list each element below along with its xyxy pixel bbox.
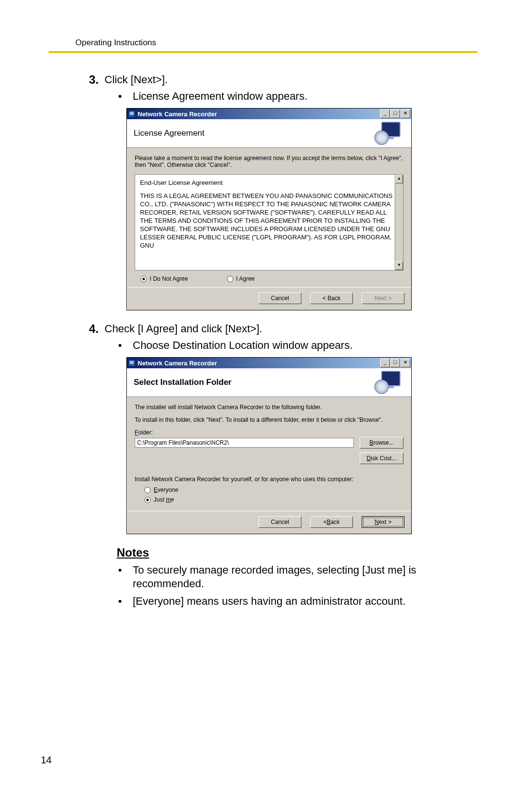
radio-label: I Do Not Agree	[150, 275, 188, 282]
folder-instr-2: To install in this folder, click "Next".…	[135, 416, 403, 423]
radio-label: Everyone	[154, 487, 178, 493]
step-text: Click [Next>].	[105, 73, 476, 87]
bullet-text: To securely manage recorded images, sele…	[133, 563, 476, 591]
radio-do-not-agree[interactable]: I Do Not Agree	[140, 275, 188, 282]
wizard-button-bar: Cancel < Back Next >	[127, 511, 411, 534]
maximize-button[interactable]: □	[390, 109, 400, 118]
step-4-bullet: • Choose Destination Location window app…	[75, 339, 476, 352]
svg-rect-3	[130, 361, 134, 364]
cancel-button[interactable]: Cancel	[259, 292, 301, 304]
radio-label: Just me	[154, 496, 174, 503]
folder-input[interactable]: C:\Program Files\Panasonic\NCR2\	[135, 438, 354, 448]
browse-button[interactable]: Browse...	[360, 437, 403, 449]
app-icon	[128, 359, 136, 367]
page-number: 14	[41, 755, 52, 766]
wizard-graphic	[373, 371, 404, 394]
wizard-body: Please take a moment to read the license…	[127, 148, 411, 287]
app-icon	[128, 110, 136, 118]
maximize-button[interactable]: □	[390, 359, 400, 367]
eula-textbox[interactable]: End-User License Agreement THIS IS A LEG…	[135, 174, 403, 271]
bullet-icon: •	[118, 339, 133, 352]
scrollbar[interactable]: ▲ ▼	[395, 175, 403, 270]
bullet-icon: •	[118, 90, 133, 103]
wizard-header: Select Installation Folder	[127, 368, 411, 397]
agree-radio-group: I Do Not Agree I Agree	[135, 275, 403, 282]
select-folder-window: Network Camera Recorder _ □ × Select Ins…	[126, 357, 412, 534]
cancel-button[interactable]: Cancel	[259, 516, 301, 528]
wizard-title: License Agreement	[134, 128, 205, 138]
radio-icon	[144, 487, 151, 493]
titlebar: Network Camera Recorder _ □ ×	[127, 108, 411, 119]
scroll-down-button[interactable]: ▼	[395, 261, 403, 270]
step-number: 3.	[75, 73, 105, 87]
next-button[interactable]: Next >	[362, 516, 404, 528]
close-button[interactable]: ×	[401, 109, 410, 118]
back-button[interactable]: < Back	[310, 292, 353, 304]
step-3: 3. Click [Next>].	[75, 73, 476, 87]
window-title: Network Camera Recorder	[138, 360, 380, 367]
bullet-text: [Everyone] means users having an adminis…	[133, 595, 405, 608]
disk-cost-button[interactable]: Disk Cost...	[360, 452, 403, 464]
eula-heading: End-User License Agreement	[140, 179, 398, 187]
radio-icon	[144, 497, 151, 503]
install-for-radio-group: Everyone Just me	[135, 487, 403, 503]
license-instruction: Please take a moment to read the license…	[135, 155, 403, 168]
document-page: Operating Instructions 3. Click [Next>].…	[0, 0, 525, 812]
radio-label: I Agree	[236, 275, 255, 282]
bullet-text: Choose Destination Location window appea…	[133, 339, 353, 352]
wizard-header: License Agreement	[127, 119, 411, 148]
folder-label: Folder:	[135, 429, 403, 436]
close-button[interactable]: ×	[401, 359, 410, 367]
radio-just-me[interactable]: Just me	[144, 496, 403, 503]
eula-body: THIS IS A LEGAL AGREEMENT BETWEEN YOU AN…	[140, 192, 398, 250]
next-button[interactable]: Next >	[362, 292, 404, 304]
folder-instr-1: The installer will install Network Camer…	[135, 404, 403, 411]
install-for-label: Install Network Camera Recorder for your…	[135, 476, 403, 483]
minimize-button[interactable]: _	[380, 359, 390, 367]
bullet-text: License Agreement window appears.	[133, 90, 308, 103]
window-title: Network Camera Recorder	[138, 110, 380, 118]
radio-icon	[227, 276, 233, 282]
titlebar: Network Camera Recorder _ □ ×	[127, 358, 411, 368]
step-text: Check [I Agree] and click [Next>].	[105, 322, 476, 336]
bullet-icon: •	[118, 595, 133, 608]
step-4: 4. Check [I Agree] and click [Next>].	[75, 322, 476, 336]
bullet-icon: •	[118, 563, 133, 591]
wizard-button-bar: Cancel < Back Next >	[127, 287, 411, 310]
step-3-bullet: • License Agreement window appears.	[75, 90, 476, 103]
back-button[interactable]: < Back	[310, 516, 353, 528]
minimize-button[interactable]: _	[380, 109, 390, 118]
license-agreement-window: Network Camera Recorder _ □ × License Ag…	[126, 108, 412, 310]
wizard-graphic	[373, 122, 404, 145]
radio-everyone[interactable]: Everyone	[144, 487, 403, 493]
radio-agree[interactable]: I Agree	[227, 275, 255, 282]
step-number: 4.	[75, 322, 105, 336]
notes-bullet-2: • [Everyone] means users having an admin…	[75, 595, 476, 608]
wizard-body: The installer will install Network Camer…	[127, 397, 411, 511]
notes-heading: Notes	[117, 546, 476, 559]
notes-bullet-1: • To securely manage recorded images, se…	[75, 563, 476, 591]
svg-rect-1	[130, 112, 134, 115]
wizard-title: Select Installation Folder	[134, 378, 231, 387]
scroll-up-button[interactable]: ▲	[395, 175, 403, 183]
page-content: 3. Click [Next>]. • License Agreement wi…	[49, 29, 476, 608]
radio-icon	[140, 276, 147, 282]
